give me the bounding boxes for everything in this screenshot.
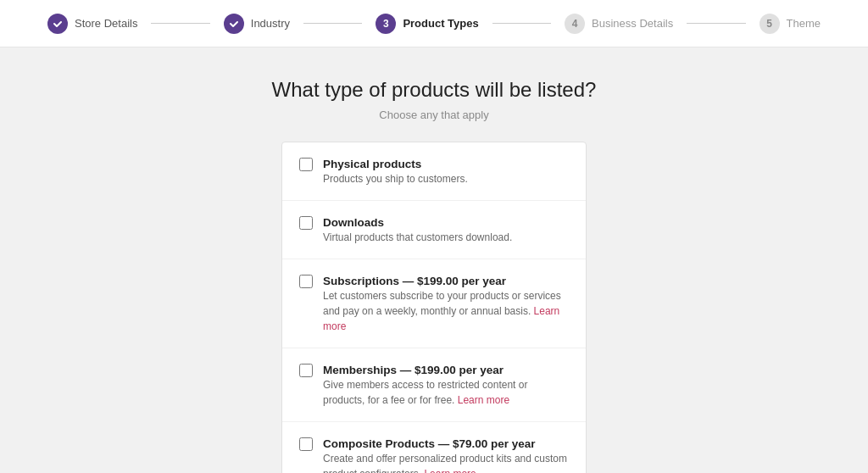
step-label-product-types: Product Types [403, 17, 478, 30]
step-product-types[interactable]: 3Product Types [362, 14, 492, 34]
option-desc-subscriptions: Let customers subscribe to your products… [323, 288, 569, 334]
checkbox-wrap-memberships [299, 364, 313, 381]
step-circle-theme: 5 [760, 14, 780, 34]
step-theme[interactable]: 5Theme [746, 14, 834, 34]
learn-more-link-subscriptions[interactable]: Learn more [323, 305, 559, 332]
step-circle-business-details: 4 [565, 14, 585, 34]
step-label-theme: Theme [787, 17, 821, 30]
checkbox-wrap-physical [299, 158, 313, 175]
option-item-subscriptions: Subscriptions — $199.00 per yearLet cust… [282, 259, 586, 348]
option-desc-downloads: Virtual products that customers download… [323, 230, 512, 245]
step-connector-3 [687, 23, 745, 24]
checkbox-memberships[interactable] [299, 364, 313, 377]
checkbox-wrap-downloads [299, 216, 313, 233]
option-text-physical: Physical productsProducts you ship to cu… [323, 156, 468, 186]
option-item-physical: Physical productsProducts you ship to cu… [282, 142, 586, 201]
option-title-memberships[interactable]: Memberships — $199.00 per year [323, 364, 504, 376]
main-content: What type of products will be listed? Ch… [0, 47, 868, 473]
option-desc-composite: Create and offer personalized product ki… [323, 451, 569, 473]
option-title-subscriptions[interactable]: Subscriptions — $199.00 per year [323, 275, 506, 287]
checkbox-wrap-subscriptions [299, 275, 313, 292]
option-item-composite: Composite Products — $79.00 per yearCrea… [282, 422, 586, 473]
step-circle-industry [224, 14, 244, 34]
option-text-downloads: DownloadsVirtual products that customers… [323, 214, 512, 245]
option-desc-memberships: Give members access to restricted conten… [323, 377, 569, 408]
option-title-downloads[interactable]: Downloads [323, 216, 384, 229]
checkbox-physical[interactable] [299, 158, 313, 171]
checkbox-subscriptions[interactable] [299, 275, 313, 288]
step-connector-0 [151, 23, 209, 24]
step-circle-product-types: 3 [376, 14, 396, 34]
product-types-card: Physical productsProducts you ship to cu… [281, 142, 587, 473]
checkmark-icon [229, 19, 239, 29]
option-desc-physical: Products you ship to customers. [323, 171, 468, 186]
checkbox-downloads[interactable] [299, 216, 313, 230]
learn-more-link-memberships[interactable]: Learn more [458, 394, 509, 406]
stepper: Store DetailsIndustry3Product Types4Busi… [0, 0, 868, 47]
option-text-memberships: Memberships — $199.00 per yearGive membe… [323, 362, 569, 408]
option-title-physical[interactable]: Physical products [323, 158, 421, 170]
step-connector-1 [303, 23, 362, 24]
step-circle-store-details [47, 14, 68, 34]
checkmark-icon [53, 19, 63, 29]
step-business-details[interactable]: 4Business Details [551, 14, 687, 34]
option-title-composite[interactable]: Composite Products — $79.00 per year [323, 437, 536, 450]
learn-more-link-composite[interactable]: Learn more [424, 468, 476, 473]
checkbox-composite[interactable] [299, 437, 313, 451]
page-heading: What type of products will be listed? [272, 78, 597, 102]
checkbox-wrap-composite [299, 437, 313, 454]
step-label-business-details: Business Details [592, 17, 673, 30]
option-item-downloads: DownloadsVirtual products that customers… [282, 201, 586, 259]
option-text-composite: Composite Products — $79.00 per yearCrea… [323, 436, 569, 473]
step-connector-2 [492, 23, 551, 24]
option-item-memberships: Memberships — $199.00 per yearGive membe… [282, 348, 586, 422]
step-label-store-details: Store Details [75, 17, 137, 30]
option-text-subscriptions: Subscriptions — $199.00 per yearLet cust… [323, 273, 569, 334]
step-store-details[interactable]: Store Details [34, 14, 151, 34]
page-subheading: Choose any that apply [379, 109, 488, 121]
step-industry[interactable]: Industry [210, 14, 303, 34]
step-label-industry: Industry [251, 17, 290, 30]
